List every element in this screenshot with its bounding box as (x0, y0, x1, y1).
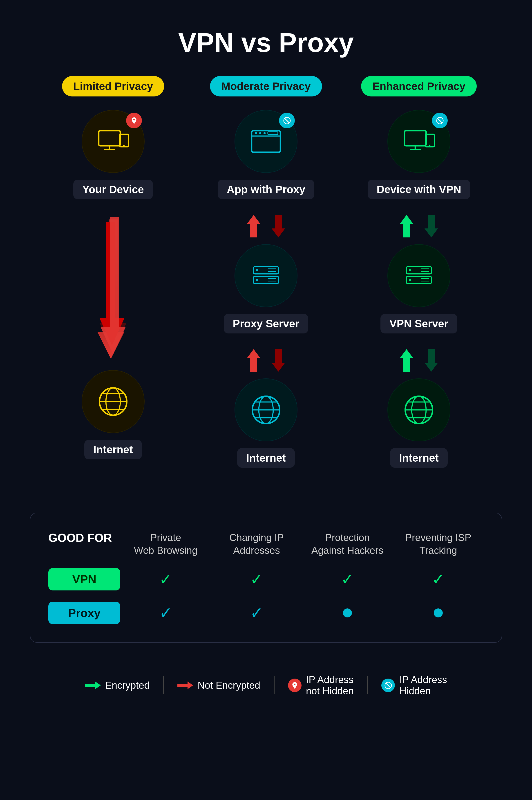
legend-encrypted: Encrypted (85, 680, 150, 691)
vpn-cell-1: ✓ (123, 570, 208, 588)
arrows-proxy-top (245, 213, 287, 240)
app-label-proxy: App with Proxy (218, 180, 314, 199)
svg-marker-23 (272, 215, 285, 237)
comparison-rows: VPN ✓ ✓ ✓ ✓ Proxy (48, 568, 484, 624)
svg-marker-64 (177, 682, 193, 689)
svg-marker-46 (400, 215, 413, 237)
arrows-vpn-bottom (398, 347, 440, 374)
col-private-browsing: PrivateWeb Browsing (123, 531, 208, 557)
legend-divider-1 (163, 676, 164, 694)
ip-hidden-icon (381, 679, 395, 692)
check-proxy-ip: ✓ (250, 604, 263, 622)
legend-ip-not-hidden: IP Addressnot Hidden (288, 674, 354, 697)
svg-point-18 (264, 132, 266, 134)
col-changing-ip: Changing IPAddresses (214, 531, 299, 557)
svg-rect-19 (268, 132, 278, 135)
legend-not-encrypted: Not Encrypted (177, 680, 260, 691)
ip-indicator-red (126, 113, 142, 128)
proxy-row: Proxy ✓ ✓ (48, 602, 484, 624)
arrows-vpn-top (398, 213, 440, 240)
svg-marker-22 (247, 215, 260, 237)
not-encrypted-label: Not Encrypted (198, 680, 260, 691)
privacy-badge-limited: Limited Privacy (62, 76, 164, 96)
proxy-badge: Proxy (48, 602, 120, 624)
big-arrow-no-vpn (95, 210, 131, 368)
svg-marker-32 (247, 349, 260, 372)
check-vpn-private: ✓ (159, 570, 172, 588)
column-vpn: Enhanced Privacy Device with VPN (356, 76, 482, 477)
vpn-cell-3: ✓ (305, 570, 390, 588)
page-title: VPN vs Proxy (178, 27, 354, 58)
comparison-table: GOOD FOR PrivateWeb Browsing Changing IP… (30, 513, 502, 643)
svg-point-53 (409, 279, 411, 281)
ip-not-hidden-icon (288, 679, 302, 692)
col-protection: ProtectionAgainst Hackers (305, 531, 390, 557)
internet-icon-no-vpn (82, 370, 145, 433)
svg-line-66 (386, 683, 391, 688)
app-icon-proxy (234, 110, 298, 173)
svg-point-43 (429, 145, 430, 146)
col-isp-tracking: Preventing ISPTracking (396, 531, 481, 557)
proxy-row-label: Proxy (48, 602, 120, 624)
internet-icon-vpn (387, 378, 450, 441)
privacy-badge-enhanced: Enhanced Privacy (361, 76, 477, 96)
vpn-cell-4: ✓ (396, 570, 481, 588)
dot-proxy-protection (343, 608, 352, 617)
svg-line-21 (285, 118, 289, 123)
column-proxy: Moderate Privacy App with Proxy (203, 76, 329, 477)
vpn-indicator-teal (432, 113, 448, 128)
diagram-section: Limited Privacy Your Device (0, 76, 532, 477)
column-no-vpn: Limited Privacy Your Device (50, 76, 176, 477)
svg-line-45 (438, 118, 442, 123)
vpn-cells: ✓ ✓ ✓ ✓ (120, 570, 484, 588)
svg-rect-39 (404, 131, 426, 146)
vpn-server-icon (387, 244, 450, 307)
encrypted-label: Encrypted (105, 680, 150, 691)
internet-icon-proxy (234, 378, 298, 441)
device-label-vpn: Device with VPN (368, 180, 470, 199)
proxy-cell-3 (305, 604, 390, 622)
proxy-cell-2: ✓ (214, 604, 299, 622)
good-for-label: GOOD FOR (48, 531, 120, 557)
proxy-cell-1: ✓ (123, 604, 208, 622)
internet-label-vpn: Internet (390, 448, 448, 468)
ip-hidden-label: IP AddressHidden (399, 674, 447, 697)
check-vpn-ip: ✓ (250, 570, 263, 588)
svg-marker-8 (101, 217, 126, 354)
vpn-server-label: VPN Server (380, 314, 457, 334)
check-vpn-isp: ✓ (432, 570, 445, 588)
svg-point-25 (256, 269, 258, 271)
legend-divider-2 (274, 676, 274, 694)
proxy-server-icon (234, 244, 298, 307)
encrypted-arrow-icon (85, 680, 101, 690)
svg-point-29 (256, 279, 258, 281)
vpn-row: VPN ✓ ✓ ✓ ✓ (48, 568, 484, 590)
legend-divider-3 (367, 676, 368, 694)
svg-marker-63 (85, 682, 101, 689)
vpn-row-label: VPN (48, 568, 120, 590)
svg-point-4 (123, 145, 125, 146)
internet-label-no-vpn: Internet (84, 440, 142, 459)
vpn-badge: VPN (48, 568, 120, 590)
proxy-server-label: Proxy Server (224, 314, 308, 334)
svg-point-17 (259, 132, 262, 134)
svg-point-49 (409, 269, 411, 271)
ip-not-hidden-label: IP Addressnot Hidden (306, 674, 354, 697)
svg-marker-56 (400, 349, 413, 372)
internet-label-proxy: Internet (237, 448, 295, 468)
device-icon-no-vpn (82, 110, 145, 173)
legend-ip-hidden: IP AddressHidden (381, 674, 447, 697)
proxy-cell-4 (396, 604, 481, 622)
svg-rect-0 (99, 131, 120, 146)
check-proxy-private: ✓ (159, 604, 172, 622)
comparison-col-headers: PrivateWeb Browsing Changing IPAddresses… (120, 531, 484, 557)
not-encrypted-arrow-icon (177, 680, 193, 690)
device-svg (95, 123, 131, 159)
svg-marker-57 (424, 349, 438, 372)
svg-point-16 (255, 132, 257, 134)
svg-marker-47 (424, 215, 438, 237)
check-vpn-protection: ✓ (341, 570, 354, 588)
device-icon-vpn (387, 110, 450, 173)
comparison-header: GOOD FOR PrivateWeb Browsing Changing IP… (48, 531, 484, 557)
legend-section: Encrypted Not Encrypted IP Addressnot Hi… (85, 674, 447, 697)
